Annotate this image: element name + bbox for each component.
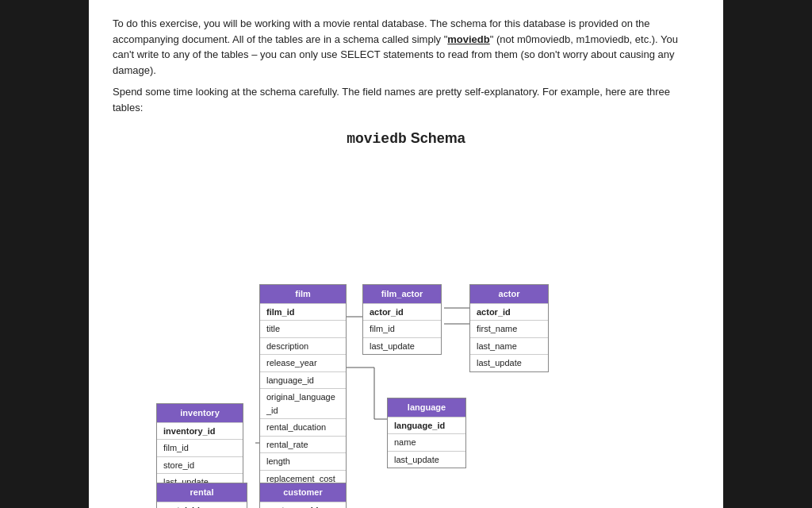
actor-field-last_update: last_update: [470, 354, 548, 371]
film-field-length: length: [260, 452, 346, 470]
customer-table: customer customer_id store_id first_name…: [259, 483, 347, 508]
inventory-field-inventory_id: inventory_id: [157, 422, 243, 440]
actor-field-last_name: last_name: [470, 337, 548, 355]
film-actor-field-last_update: last_update: [363, 337, 441, 355]
film-field-description: description: [260, 337, 346, 355]
rental-table: rental rental_id rental_date inventory_i…: [156, 483, 247, 508]
actor-table-header: actor: [470, 285, 548, 303]
rental-field-rental_id: rental_id: [157, 502, 247, 509]
film-field-language_id: language_id: [260, 371, 346, 389]
schema-section: moviedb Schema film: [113, 128, 699, 508]
inventory-field-store_id: store_id: [157, 456, 243, 474]
intro-paragraph-1: To do this exercise, you will be working…: [113, 16, 699, 78]
actor-field-actor_id: actor_id: [470, 303, 548, 321]
film-field-rental_rate: rental_rate: [260, 436, 346, 453]
film-table: film film_id title description release_y…: [259, 284, 347, 508]
film-actor-table-header: film_actor: [363, 285, 441, 303]
schema-title-moviedb: moviedb: [347, 131, 407, 147]
language-field-last_update: last_update: [388, 451, 465, 468]
intro-paragraph-2: Spend some time looking at the schema ca…: [113, 84, 699, 115]
customer-table-header: customer: [260, 483, 346, 502]
intro-section: To do this exercise, you will be working…: [113, 16, 699, 115]
schema-diagram: film film_id title description release_y…: [113, 161, 699, 508]
language-field-name: name: [388, 433, 465, 451]
actor-table: actor actor_id first_name last_name last…: [469, 284, 549, 372]
page: To do this exercise, you will be working…: [89, 0, 723, 508]
inventory-table: inventory inventory_id film_id store_id …: [156, 403, 243, 491]
language-table-header: language: [388, 398, 465, 417]
moviedb-highlight: moviedb: [447, 33, 489, 45]
inventory-field-film_id: film_id: [157, 439, 243, 456]
schema-title: moviedb Schema: [113, 128, 699, 150]
film-field-release_year: release_year: [260, 354, 346, 371]
film-field-original_language_id: original_language_id: [260, 388, 346, 418]
language-field-language_id: language_id: [388, 417, 465, 434]
film-actor-field-film_id: film_id: [363, 320, 441, 337]
film-field-film_id: film_id: [260, 303, 346, 321]
language-table: language language_id name last_update: [387, 398, 466, 468]
actor-field-first_name: first_name: [470, 320, 548, 337]
customer-field-customer_id: customer_id: [260, 502, 346, 509]
film-field-title: title: [260, 320, 346, 337]
rental-table-header: rental: [157, 483, 247, 502]
film-actor-field-actor_id: actor_id: [363, 303, 441, 321]
inventory-table-header: inventory: [157, 404, 243, 422]
film-table-header: film: [260, 285, 346, 303]
film-actor-table: film_actor actor_id film_id last_update: [362, 284, 442, 355]
film-field-rental_ducation: rental_ducation: [260, 418, 346, 436]
